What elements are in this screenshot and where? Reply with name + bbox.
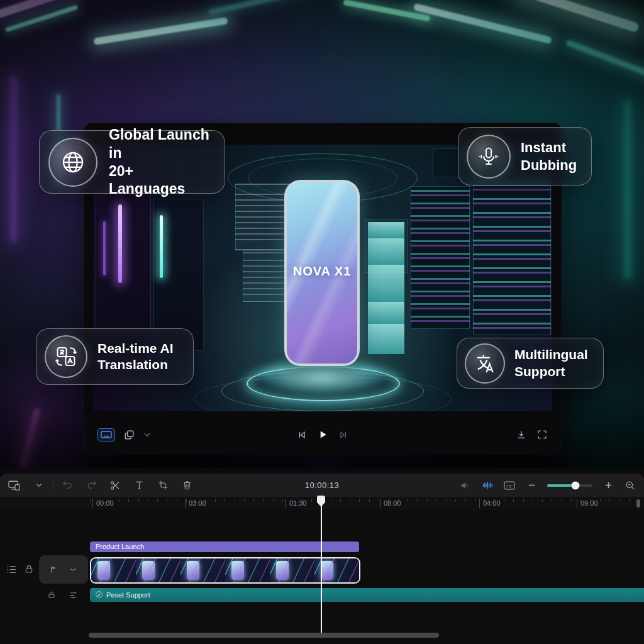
lock-icon[interactable] [47, 591, 56, 599]
zoom-slider-knob[interactable] [571, 481, 579, 489]
clip-thumbnail [136, 558, 180, 582]
badge-label: MultilingualSupport [514, 347, 588, 379]
hologram-chart [365, 219, 408, 273]
neon-bar [160, 215, 163, 278]
zoom-out-button[interactable] [525, 481, 538, 489]
lock-icon[interactable] [24, 564, 34, 574]
data-screen [411, 186, 470, 329]
neon-bar [118, 204, 122, 283]
ruler-label: 03:00 [185, 499, 206, 508]
volume-icon[interactable] [459, 480, 472, 491]
neon-light [565, 40, 644, 82]
translate-document-icon [45, 335, 87, 378]
track-options-panel[interactable] [39, 555, 88, 584]
neon-light [0, 0, 83, 20]
neon-light [624, 101, 631, 280]
ruler-label: 00:00 [92, 499, 114, 508]
phone-mockup: NOVA X1 [284, 180, 360, 366]
wave-icon[interactable] [68, 566, 78, 574]
text-track-clip[interactable]: Product Launch [90, 541, 359, 552]
ruler-label: 04:00 [479, 499, 501, 508]
player-controls [84, 414, 562, 455]
crop-button[interactable] [157, 480, 169, 491]
neon-light [93, 17, 228, 45]
badge-multilingual-support: MultilingualSupport [457, 338, 604, 389]
chevron-down-icon[interactable] [33, 483, 45, 487]
hologram-panel [243, 250, 291, 302]
globe-icon [48, 138, 97, 187]
badge-instant-dubbing: InstantDubbing [458, 127, 592, 186]
duplicate-button[interactable] [123, 429, 135, 441]
neon-light [514, 0, 640, 33]
neon-light [19, 408, 41, 470]
timeline-toolbar: 10:00:13 [0, 474, 644, 497]
phone-screen: NOVA X1 [287, 182, 357, 364]
playhead-line[interactable] [321, 498, 322, 636]
video-track-clip[interactable] [90, 557, 360, 584]
chevron-down-icon[interactable] [143, 432, 151, 437]
timecode: 10:00:13 [305, 480, 340, 490]
audio-track-label: Peset Support [106, 591, 150, 599]
pen-icon [95, 591, 103, 599]
clip-thumbnail [225, 558, 270, 582]
badge-label: Real-time AITranslation [97, 340, 174, 373]
captions-view-icon[interactable] [503, 480, 516, 491]
delete-button[interactable] [180, 480, 193, 491]
badge-label: Global Launch in20+ Languages [109, 126, 213, 197]
track-settings-icon[interactable] [69, 591, 79, 600]
clip-thumbnail [91, 558, 136, 582]
skip-back-button[interactable] [296, 429, 308, 441]
text-button[interactable] [133, 480, 145, 491]
language-icon [465, 343, 505, 384]
tracks-area: Product Launch Peset Support [0, 510, 644, 644]
neon-light [413, 3, 552, 44]
neon-bar [103, 221, 106, 275]
skip-forward-button[interactable] [337, 429, 349, 441]
play-button[interactable] [316, 428, 329, 441]
cut-button[interactable] [109, 480, 121, 491]
badge-label: InstantDubbing [521, 139, 577, 174]
neon-light [208, 0, 308, 16]
badge-global-launch: Global Launch in20+ Languages [39, 130, 225, 194]
clip-thumbnail [270, 558, 314, 582]
horizontal-scrollbar[interactable] [89, 633, 439, 638]
device-preview-button[interactable] [8, 480, 21, 491]
hologram-panel [235, 184, 292, 250]
undo-button[interactable] [61, 480, 74, 491]
audio-track-clip[interactable]: Peset Support [90, 588, 644, 602]
neon-light [343, 0, 430, 21]
fullscreen-button[interactable] [536, 429, 548, 440]
text-track-label: Product Launch [96, 543, 144, 550]
app-root: NOVA X1 [0, 0, 644, 644]
divider [53, 480, 53, 491]
redo-button[interactable] [85, 480, 97, 491]
phone-product-name: NOVA X1 [287, 264, 357, 279]
ruler-end-marker [636, 499, 640, 508]
ruler-label: 09:00 [577, 499, 598, 508]
badge-realtime-translation: Real-time AITranslation [36, 328, 194, 385]
microphone-icon [467, 135, 511, 179]
clip-thumbnail [180, 558, 225, 582]
flag-icon[interactable] [49, 565, 58, 574]
aspect-ratio-button[interactable] [97, 428, 115, 441]
zoom-in-button[interactable] [602, 481, 614, 489]
download-button[interactable] [516, 429, 527, 440]
ruler-label: 08:00 [380, 499, 401, 508]
neon-light [5, 5, 78, 33]
neon-light [10, 75, 17, 242]
ruler-label: 01:30 [286, 499, 307, 508]
timeline-editor: 10:00:13 [0, 469, 644, 644]
zoom-fit-button[interactable] [624, 480, 636, 491]
data-screen [473, 180, 551, 335]
track-list-icon[interactable] [6, 564, 17, 575]
audio-waveform-icon[interactable] [481, 480, 494, 491]
zoom-slider[interactable] [547, 484, 592, 487]
